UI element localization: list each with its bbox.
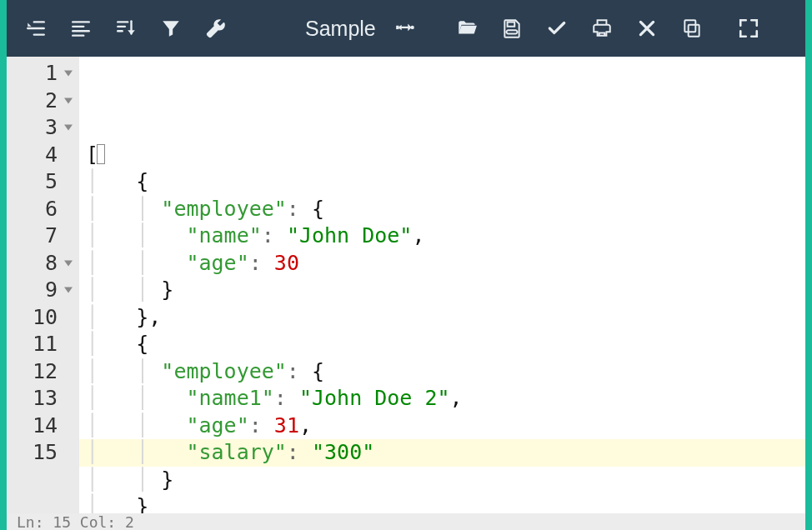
status-bar: Ln: 15 Col: 2 [7, 513, 805, 530]
fold-toggle-icon[interactable] [64, 125, 73, 131]
fold-toggle-icon[interactable] [64, 260, 73, 266]
code-line[interactable]: │ │ "employee": { [86, 196, 805, 223]
code-line[interactable]: │ │ "employee": { [86, 358, 805, 386]
validate-check-button[interactable] [534, 6, 579, 51]
json-editor-app: Sample 123456789101112131415 [0, 0, 812, 530]
fold-toggle-icon[interactable] [64, 71, 73, 77]
line-number[interactable]: 14 [8, 412, 76, 440]
svg-rect-13 [688, 25, 699, 37]
code-line[interactable]: │ } [86, 493, 805, 513]
save-button[interactable] [489, 6, 534, 51]
line-number[interactable]: 11 [8, 331, 76, 358]
code-line[interactable]: │ }, [86, 304, 805, 332]
format-indent-right-button[interactable] [13, 6, 58, 51]
copy-button[interactable] [669, 6, 714, 51]
sample-button[interactable]: Sample [288, 6, 383, 51]
code-line[interactable]: │ │ "name": "John Doe", [86, 222, 805, 250]
line-number[interactable]: 10 [8, 304, 76, 332]
code-line[interactable]: [ [86, 142, 805, 169]
code-line[interactable]: │ │ "salary": "300" [86, 439, 805, 467]
code-content[interactable]: [│ {│ │ "employee": {│ │ "name": "John D… [79, 57, 805, 513]
svg-rect-14 [684, 20, 695, 32]
format-indent-left-button[interactable] [58, 6, 103, 51]
line-number[interactable]: 6 [8, 196, 76, 223]
editor-area[interactable]: 123456789101112131415 [│ {│ │ "employee"… [7, 57, 805, 513]
line-number[interactable]: 1 [8, 60, 76, 88]
line-number[interactable]: 5 [8, 168, 76, 196]
code-line[interactable]: │ │ "age": 30 [86, 250, 805, 278]
toolbar: Sample [7, 0, 805, 57]
line-number[interactable]: 3 [8, 114, 76, 142]
sort-button[interactable] [103, 6, 148, 51]
settings-wrench-button[interactable] [193, 6, 238, 51]
sample-label: Sample [305, 17, 376, 41]
code-line[interactable]: │ │ } [86, 467, 805, 494]
fullscreen-button[interactable] [726, 6, 771, 51]
svg-point-11 [410, 26, 414, 29]
line-number[interactable]: 15 [8, 439, 76, 467]
open-folder-button[interactable] [444, 6, 489, 51]
line-number[interactable]: 13 [8, 385, 76, 412]
code-line[interactable]: │ { [86, 168, 805, 196]
svg-rect-12 [396, 26, 398, 29]
code-line[interactable]: │ │ "name1": "John Doe 2", [86, 385, 805, 412]
filter-button[interactable] [148, 6, 193, 51]
line-number[interactable]: 4 [8, 142, 76, 169]
usb-icon[interactable] [383, 6, 428, 51]
code-line[interactable]: │ { [86, 331, 805, 358]
line-number[interactable]: 8 [8, 250, 76, 278]
fold-toggle-icon[interactable] [64, 288, 73, 293]
code-line[interactable]: │ │ } [86, 277, 805, 304]
line-number-gutter[interactable]: 123456789101112131415 [8, 57, 79, 513]
line-number[interactable]: 2 [8, 88, 76, 115]
line-number[interactable]: 7 [8, 222, 76, 250]
print-button[interactable] [579, 6, 624, 51]
fold-toggle-icon[interactable] [64, 98, 73, 103]
clear-close-button[interactable] [624, 6, 669, 51]
cursor-position: Ln: 15 Col: 2 [17, 513, 134, 530]
line-number[interactable]: 12 [8, 358, 76, 386]
code-line[interactable]: │ │ "age": 31, [86, 412, 805, 440]
line-number[interactable]: 9 [8, 277, 76, 304]
